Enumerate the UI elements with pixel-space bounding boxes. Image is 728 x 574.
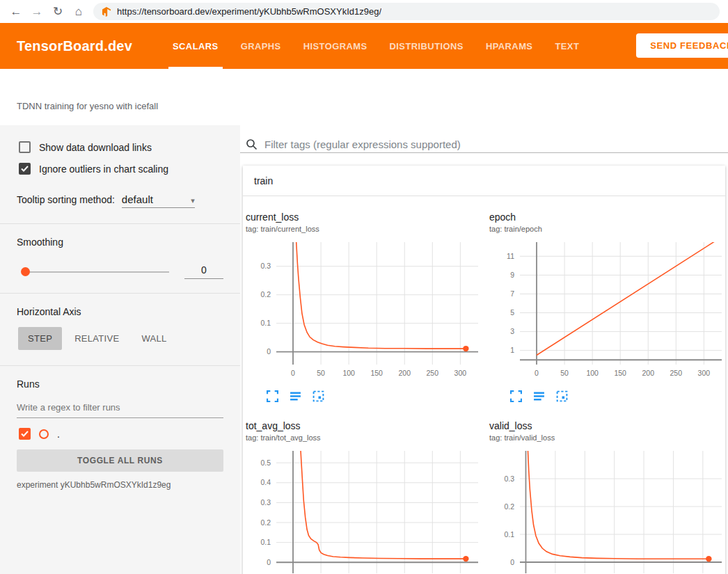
svg-text:0.1: 0.1: [260, 538, 271, 546]
tab-distributions[interactable]: DISTRIBUTIONS: [379, 23, 475, 69]
search-icon: [246, 138, 258, 150]
experiment-id-note: experiment yKUbhb5wRmOSXYkId1z9eg: [0, 472, 240, 490]
line-chart[interactable]: 00.10.20.350100150200250300: [488, 447, 727, 574]
svg-text:50: 50: [317, 369, 325, 377]
chevron-down-icon: ▾: [191, 196, 195, 205]
chart-toolbar: [267, 390, 488, 402]
tag-group-header[interactable]: train: [243, 166, 725, 196]
tooltip-sorting-row: Tooltip sorting method: default ▾: [0, 180, 240, 211]
app-logo: TensorBoard.dev: [17, 38, 132, 54]
horizontal-axis-buttons: STEP RELATIVE WALL: [0, 317, 240, 353]
svg-text:100: 100: [586, 369, 599, 377]
experiment-title: TDNN training for yesno with icefall: [17, 101, 158, 111]
horizontal-axis-label: Horizontal Axis: [0, 294, 240, 317]
svg-text:0: 0: [535, 369, 539, 377]
svg-text:3: 3: [510, 327, 514, 335]
address-bar[interactable]: https://tensorboard.dev/experiment/yKUbh…: [93, 3, 720, 20]
runs-filter-input[interactable]: [17, 399, 223, 418]
data-lines-icon[interactable]: [290, 390, 301, 402]
data-lines-icon[interactable]: [533, 390, 545, 402]
svg-text:11: 11: [507, 252, 514, 260]
svg-text:0.1: 0.1: [260, 319, 271, 327]
svg-text:200: 200: [642, 369, 654, 377]
chart-current-loss: current_loss tag: train/current_loss 00.…: [244, 207, 488, 416]
svg-text:9: 9: [510, 271, 514, 279]
line-chart[interactable]: 00.10.20.3050100150200250300: [244, 239, 484, 383]
charts-grid: current_loss tag: train/current_loss 00.…: [243, 196, 725, 574]
svg-text:200: 200: [398, 369, 411, 377]
tooltip-sorting-value: default: [122, 193, 153, 205]
expand-chart-icon[interactable]: [510, 390, 522, 402]
svg-text:50: 50: [560, 369, 569, 377]
tab-text[interactable]: TEXT: [544, 23, 590, 69]
back-icon[interactable]: ←: [6, 5, 26, 19]
run-color-circle-icon[interactable]: [39, 429, 49, 439]
fit-domain-icon[interactable]: [312, 390, 324, 402]
svg-text:0: 0: [510, 558, 514, 566]
chart-toolbar: [510, 390, 728, 402]
fit-domain-icon[interactable]: [556, 390, 568, 402]
svg-text:0.5: 0.5: [260, 459, 271, 467]
svg-text:0: 0: [267, 558, 271, 566]
smoothing-value[interactable]: 0: [184, 264, 223, 279]
url-text: https://tensorboard.dev/experiment/yKUbh…: [117, 6, 381, 17]
smoothing-slider-row: 0: [0, 248, 240, 280]
chart-tag: tag: train/epoch: [489, 225, 728, 233]
chart-title: epoch: [489, 212, 728, 223]
line-chart[interactable]: 1357911050100150200250300: [488, 239, 727, 383]
tooltip-sorting-dropdown[interactable]: default ▾: [122, 193, 195, 208]
svg-text:250: 250: [670, 369, 683, 377]
smoothing-slider-thumb[interactable]: [21, 267, 30, 276]
tooltip-sorting-label: Tooltip sorting method:: [17, 194, 115, 205]
svg-text:0: 0: [267, 347, 271, 356]
smoothing-slider[interactable]: [25, 271, 169, 273]
ignore-outliers-checkbox[interactable]: [19, 163, 31, 175]
browser-toolbar: ← → ↻ ⌂ https://tensorboard.dev/experime…: [0, 0, 728, 23]
svg-text:0.2: 0.2: [504, 502, 514, 511]
nav-tabs: SCALARS GRAPHS HISTOGRAMS DISTRIBUTIONS …: [161, 23, 590, 69]
toggle-all-runs-button[interactable]: TOGGLE ALL RUNS: [17, 449, 223, 472]
chart-epoch: epoch tag: train/epoch 13579110501001502…: [488, 207, 728, 416]
chart-tag: tag: train/current_loss: [246, 225, 488, 233]
svg-text:300: 300: [454, 369, 467, 377]
smoothing-label: Smoothing: [0, 224, 240, 248]
send-feedback-button[interactable]: SEND FEEDBACK: [636, 33, 728, 58]
axis-wall-button[interactable]: WALL: [132, 327, 176, 350]
svg-text:0.2: 0.2: [260, 290, 271, 298]
chart-tot-avg-loss: tot_avg_loss tag: train/tot_avg_loss 00.…: [244, 416, 488, 574]
line-chart[interactable]: 00.10.20.30.40.5050100150200250300: [244, 447, 484, 574]
tag-filter-row: [240, 125, 728, 153]
svg-text:0.3: 0.3: [260, 262, 271, 270]
svg-text:5: 5: [510, 308, 514, 317]
axis-relative-button[interactable]: RELATIVE: [65, 327, 129, 350]
tag-filter-input[interactable]: [264, 138, 728, 150]
show-download-checkbox[interactable]: [19, 141, 31, 153]
svg-text:300: 300: [698, 369, 711, 377]
svg-text:0.4: 0.4: [260, 478, 271, 486]
axis-step-button[interactable]: STEP: [18, 327, 62, 350]
tab-histograms[interactable]: HISTOGRAMS: [292, 23, 379, 69]
forward-icon[interactable]: →: [26, 5, 47, 19]
svg-text:0.3: 0.3: [260, 498, 271, 507]
run-name: .: [57, 429, 60, 440]
chart-title: tot_avg_loss: [246, 420, 488, 431]
run-checkbox[interactable]: [19, 428, 31, 440]
svg-text:0: 0: [291, 369, 295, 377]
svg-text:0.3: 0.3: [504, 475, 514, 483]
tab-scalars[interactable]: SCALARS: [161, 23, 230, 69]
expand-chart-icon[interactable]: [267, 390, 278, 402]
tab-graphs[interactable]: GRAPHS: [230, 23, 292, 69]
home-icon[interactable]: ⌂: [68, 5, 89, 19]
svg-text:0.1: 0.1: [504, 530, 514, 539]
svg-text:150: 150: [614, 369, 626, 377]
show-download-label: Show data download links: [39, 142, 152, 153]
app-header: TensorBoard.dev SCALARS GRAPHS HISTOGRAM…: [0, 23, 728, 69]
chart-tag: tag: train/valid_loss: [489, 433, 728, 442]
svg-text:1: 1: [510, 346, 514, 354]
tensorboard-favicon: [102, 7, 111, 17]
ignore-outliers-row: Ignore outliers in chart scaling: [0, 158, 240, 180]
settings-sidebar: Show data download links Ignore outliers…: [0, 125, 240, 574]
svg-text:250: 250: [427, 369, 439, 377]
tab-hparams[interactable]: HPARAMS: [475, 23, 544, 69]
reload-icon[interactable]: ↻: [47, 4, 68, 19]
